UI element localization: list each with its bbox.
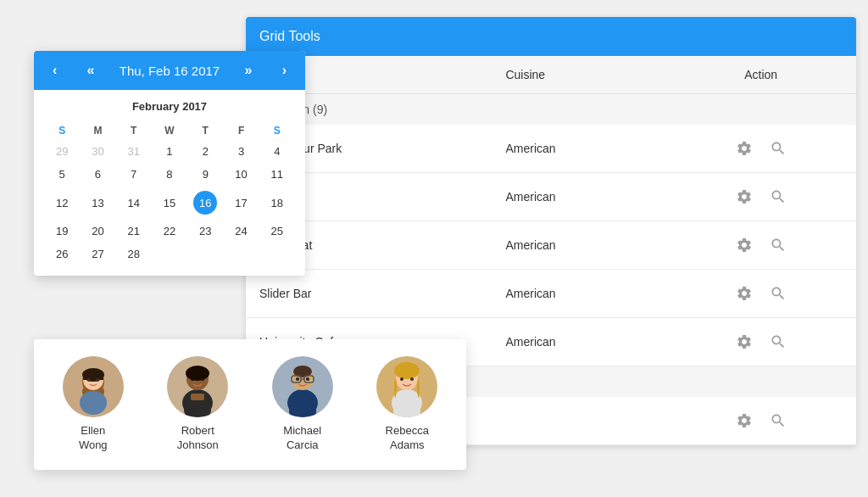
- table-row: MacArthur ParkAmerican: [246, 125, 856, 173]
- search-icon[interactable]: [766, 233, 790, 257]
- calendar-day[interactable]: 16: [187, 186, 223, 220]
- calendar-day[interactable]: 20: [80, 220, 115, 243]
- calendar-day[interactable]: 17: [223, 186, 259, 220]
- cuisine-value: American: [492, 221, 665, 270]
- gear-icon[interactable]: [732, 330, 756, 354]
- calendar-day[interactable]: 22: [152, 220, 187, 243]
- svg-point-13: [201, 377, 204, 381]
- gear-icon[interactable]: [732, 282, 756, 305]
- calendar-grid: SMTWTFS 29303112345678910111213141516171…: [44, 121, 295, 265]
- table-row: Slider BarAmerican: [246, 270, 856, 318]
- svg-point-12: [191, 377, 194, 381]
- cuisine-value: American: [492, 125, 665, 173]
- calendar-day[interactable]: 27: [80, 243, 115, 265]
- prev-month-btn[interactable]: «: [82, 61, 100, 80]
- table-row: ShokolaatAmerican: [246, 221, 856, 270]
- people-panel: Ellen Wong Robert Johnson Michael Carcia: [34, 339, 466, 470]
- avatar: [63, 356, 124, 417]
- calendar-day[interactable]: 28: [116, 243, 152, 265]
- gear-icon[interactable]: [732, 409, 756, 433]
- svg-point-29: [394, 362, 420, 379]
- calendar-day[interactable]: 26: [44, 243, 80, 265]
- grid-header: Grid Tools: [246, 17, 856, 56]
- person-name: Ellen Wong: [79, 424, 108, 453]
- calendar-day[interactable]: 21: [116, 220, 152, 243]
- calendar-day[interactable]: [152, 243, 187, 265]
- grid-title: Grid Tools: [259, 29, 320, 43]
- calendar-day[interactable]: 10: [223, 163, 259, 186]
- svg-point-20: [296, 377, 299, 381]
- group-header: American (9): [246, 94, 856, 126]
- svg-rect-15: [191, 394, 204, 400]
- svg-point-11: [186, 366, 209, 381]
- svg-rect-32: [393, 397, 420, 417]
- cuisine-value: American: [492, 173, 665, 221]
- svg-point-31: [410, 377, 414, 381]
- calendar-day[interactable]: 8: [152, 163, 187, 186]
- calendar-day[interactable]: 5: [44, 163, 80, 186]
- svg-point-30: [400, 377, 403, 381]
- calendar-day[interactable]: 18: [259, 186, 295, 220]
- avatar: [376, 356, 437, 417]
- calendar-title: Thu, Feb 16 2017: [120, 64, 220, 78]
- table-row: Old ProAmerican: [246, 173, 856, 221]
- calendar-day[interactable]: 31: [116, 140, 152, 163]
- search-icon[interactable]: [766, 282, 790, 305]
- calendar-day[interactable]: 19: [44, 220, 80, 243]
- calendar-day[interactable]: 12: [44, 186, 80, 220]
- search-icon[interactable]: [766, 137, 790, 160]
- cuisine-value: American: [492, 270, 665, 318]
- gear-icon[interactable]: [732, 137, 756, 160]
- person-card[interactable]: Rebecca Adams: [362, 356, 453, 453]
- next-month-btn[interactable]: »: [239, 61, 257, 80]
- calendar-day[interactable]: 6: [80, 163, 115, 186]
- restaurant-name: Slider Bar: [246, 270, 492, 318]
- svg-point-5: [87, 378, 91, 382]
- calendar-day[interactable]: 23: [187, 220, 223, 243]
- svg-point-21: [306, 377, 309, 381]
- calendar-day[interactable]: 9: [187, 163, 223, 186]
- person-card[interactable]: Michael Carcia: [257, 356, 348, 453]
- gear-icon[interactable]: [732, 233, 756, 257]
- search-icon[interactable]: [766, 409, 790, 433]
- cuisine-value: American: [492, 318, 665, 366]
- calendar-day[interactable]: 25: [259, 220, 295, 243]
- calendar-day[interactable]: 1: [152, 140, 187, 163]
- avatar: [167, 356, 228, 417]
- calendar-day[interactable]: 13: [80, 186, 115, 220]
- calendar-day[interactable]: [259, 243, 295, 265]
- search-icon[interactable]: [766, 185, 790, 209]
- calendar-day[interactable]: 7: [116, 163, 152, 186]
- col-cuisine: Cuisine: [492, 56, 665, 94]
- calendar-day[interactable]: 30: [80, 140, 115, 163]
- calendar-header: ‹ « Thu, Feb 16 2017 » ›: [34, 51, 305, 90]
- gear-icon[interactable]: [732, 185, 756, 209]
- svg-rect-25: [289, 397, 316, 417]
- calendar-day[interactable]: [187, 243, 223, 265]
- calendar-day[interactable]: 24: [223, 220, 259, 243]
- calendar-day[interactable]: [223, 243, 259, 265]
- person-name: Rebecca Adams: [386, 424, 429, 453]
- prev-year-btn[interactable]: ‹: [47, 61, 62, 80]
- next-year-btn[interactable]: ›: [277, 61, 292, 80]
- avatar: [272, 356, 333, 417]
- person-name: Robert Johnson: [177, 424, 219, 453]
- person-card[interactable]: Ellen Wong: [47, 356, 139, 453]
- calendar-day[interactable]: 3: [223, 140, 259, 163]
- search-icon[interactable]: [766, 330, 790, 354]
- person-name: Michael Carcia: [283, 424, 321, 453]
- calendar-day[interactable]: 14: [116, 186, 152, 220]
- svg-point-6: [96, 378, 99, 382]
- col-action: Action: [665, 56, 856, 94]
- calendar-day[interactable]: 2: [187, 140, 223, 163]
- calendar-day[interactable]: 11: [259, 163, 295, 186]
- month-label: February 2017: [44, 100, 295, 113]
- person-card[interactable]: Robert Johnson: [153, 356, 244, 453]
- svg-point-7: [80, 391, 107, 415]
- calendar-day[interactable]: 29: [44, 140, 80, 163]
- calendar-day[interactable]: 4: [259, 140, 295, 163]
- calendar-day[interactable]: 15: [152, 186, 187, 220]
- calendar-panel: ‹ « Thu, Feb 16 2017 » › February 2017 S…: [34, 51, 305, 276]
- calendar-body: February 2017 SMTWTFS 293031123456789101…: [34, 90, 305, 276]
